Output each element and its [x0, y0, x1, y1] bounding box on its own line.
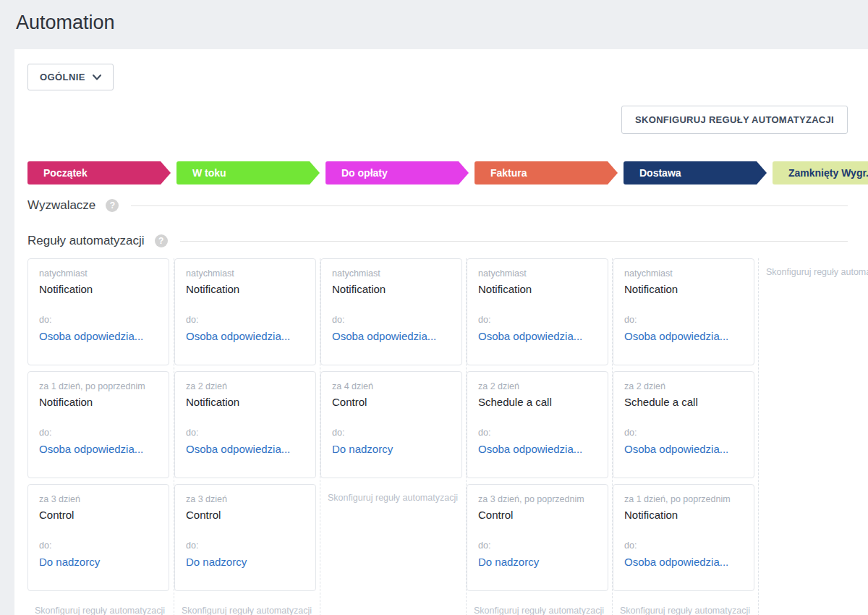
rule-card[interactable]: za 3 dzień, po poprzednimControldo:Do na… [467, 484, 608, 591]
rule-card[interactable]: natychmiastNotificationdo:Osoba odpowied… [613, 258, 754, 365]
rule-card[interactable]: za 2 dzieńNotificationdo:Osoba odpowiedz… [174, 371, 316, 478]
rule-card[interactable]: natychmiastNotificationdo:Osoba odpowied… [174, 258, 316, 365]
question-icon[interactable]: ? [106, 199, 119, 212]
rule-to-label: do: [624, 428, 743, 438]
rule-recipient-link[interactable]: Osoba odpowiedzia... [478, 330, 597, 342]
rule-to-label: do: [478, 540, 597, 551]
rule-card[interactable]: za 1 dzień, po poprzednimNotificationdo:… [613, 484, 754, 591]
rule-recipient-link[interactable]: Do nadzorcy [332, 443, 451, 455]
pipeline-stage[interactable]: Do opłaty [326, 161, 469, 184]
pipeline-stage[interactable]: Zamknięty Wygr... [773, 161, 868, 184]
rule-action: Notification [624, 509, 743, 521]
rule-card[interactable]: za 3 dzieńControldo:Do nadzorcy [27, 484, 169, 591]
rule-recipient-link[interactable]: Do nadzorcy [39, 556, 158, 568]
rule-delay: za 2 dzień [624, 381, 743, 391]
stage-column: natychmiastNotificationdo:Osoba odpowied… [612, 258, 758, 615]
rule-action: Schedule a call [624, 396, 743, 408]
pipeline-stage[interactable]: W toku [176, 161, 320, 184]
rule-recipient-link[interactable]: Do nadzorcy [478, 556, 597, 568]
rule-delay: natychmiast [39, 268, 158, 279]
rule-card[interactable]: natychmiastNotificationdo:Osoba odpowied… [320, 258, 462, 365]
rule-delay: za 1 dzień, po poprzednim [624, 494, 743, 504]
rule-action: Schedule a call [478, 396, 597, 408]
stage-column: natychmiastNotificationdo:Osoba odpowied… [174, 258, 320, 615]
rule-card[interactable]: za 4 dzieńControldo:Do nadzorcy [320, 371, 462, 478]
rules-grid: natychmiastNotificationdo:Osoba odpowied… [27, 258, 868, 615]
rule-action: Notification [186, 396, 305, 408]
rule-card[interactable]: za 3 dzieńControldo:Do nadzorcy [174, 484, 316, 591]
rule-delay: za 2 dzień [186, 381, 305, 391]
rule-delay: za 3 dzień [186, 494, 305, 504]
section-title-rules: Reguły automatyzacji [27, 234, 145, 248]
configure-placeholder[interactable]: Skonfiguruj reguły automatyzacji [613, 597, 758, 615]
section-divider [131, 205, 848, 206]
rule-to-label: do: [186, 428, 305, 438]
rule-action: Notification [186, 283, 305, 295]
stage-column: natychmiastNotificationdo:Osoba odpowied… [27, 258, 174, 615]
rule-card[interactable]: natychmiastNotificationdo:Osoba odpowied… [27, 258, 169, 365]
rule-delay: natychmiast [332, 268, 451, 279]
rule-action: Notification [332, 283, 451, 295]
rule-recipient-link[interactable]: Osoba odpowiedzia... [624, 556, 743, 568]
rule-recipient-link[interactable]: Osoba odpowiedzia... [478, 443, 597, 455]
rule-action: Notification [624, 283, 743, 295]
page-title: Automation [0, 0, 868, 35]
rule-delay: natychmiast [186, 268, 305, 279]
rule-action: Notification [478, 283, 597, 295]
pipeline-stage-bar: PoczątekW tokuDo opłatyFakturaDostawaZam… [27, 161, 868, 184]
filter-dropdown-label: OGÓLNIE [40, 72, 85, 82]
rule-to-label: do: [624, 315, 743, 325]
configure-placeholder[interactable]: Skonfiguruj reguły automatyzacji [27, 597, 174, 615]
rule-action: Control [39, 509, 158, 521]
stage-column: natychmiastNotificationdo:Osoba odpowied… [466, 258, 612, 615]
configure-placeholder[interactable]: Skonfiguruj reguły automatyzacji [759, 258, 868, 277]
configure-placeholder[interactable]: Skonfiguruj reguły automatyzacji [174, 597, 320, 615]
rule-to-label: do: [186, 315, 305, 325]
rule-card[interactable]: za 1 dzień, po poprzednimNotificationdo:… [27, 371, 169, 478]
rule-recipient-link[interactable]: Osoba odpowiedzia... [186, 330, 305, 342]
chevron-down-icon [93, 75, 101, 80]
rule-to-label: do: [39, 315, 158, 325]
configure-placeholder[interactable]: Skonfiguruj reguły automatyzacji [467, 597, 612, 615]
rule-to-label: do: [186, 540, 305, 551]
rule-card[interactable]: natychmiastNotificationdo:Osoba odpowied… [467, 258, 608, 365]
filter-dropdown-button[interactable]: OGÓLNIE [27, 64, 114, 90]
pipeline-stage[interactable]: Początek [27, 161, 171, 184]
rule-action: Control [332, 396, 451, 408]
automation-panel: OGÓLNIE SKONFIGURUJ REGUŁY AUTOMATYZACJI… [14, 49, 868, 615]
rule-delay: za 3 dzień, po poprzednim [478, 494, 597, 504]
rule-to-label: do: [39, 428, 158, 438]
rule-card[interactable]: za 2 dzieńSchedule a calldo:Osoba odpowi… [613, 371, 754, 478]
rule-action: Control [186, 509, 305, 521]
rule-to-label: do: [478, 428, 597, 438]
rule-to-label: do: [624, 540, 743, 551]
rule-recipient-link[interactable]: Osoba odpowiedzia... [332, 330, 451, 342]
rule-recipient-link[interactable]: Osoba odpowiedzia... [39, 443, 158, 455]
rule-to-label: do: [39, 540, 158, 551]
stage-column: Skonfiguruj reguły automatyzacji [758, 258, 868, 615]
rule-delay: natychmiast [624, 268, 743, 279]
stage-column: natychmiastNotificationdo:Osoba odpowied… [320, 258, 466, 615]
rule-recipient-link[interactable]: Osoba odpowiedzia... [39, 330, 158, 342]
question-icon[interactable]: ? [155, 234, 168, 247]
pipeline-stage[interactable]: Faktura [475, 161, 618, 184]
pipeline-stage[interactable]: Dostawa [624, 161, 767, 184]
rule-recipient-link[interactable]: Osoba odpowiedzia... [186, 443, 305, 455]
rule-to-label: do: [478, 315, 597, 325]
section-title-triggers: Wyzwalacze [27, 198, 95, 213]
rule-delay: za 4 dzień [332, 381, 451, 391]
rule-action: Control [478, 509, 597, 521]
rule-to-label: do: [332, 315, 451, 325]
rule-delay: za 2 dzień [478, 381, 597, 391]
rule-action: Notification [39, 396, 158, 408]
rule-action: Notification [39, 283, 158, 295]
rule-recipient-link[interactable]: Osoba odpowiedzia... [624, 330, 743, 342]
rule-recipient-link[interactable]: Osoba odpowiedzia... [624, 443, 743, 455]
rule-to-label: do: [332, 428, 451, 438]
configure-placeholder[interactable]: Skonfiguruj reguły automatyzacji [320, 484, 466, 503]
rule-delay: natychmiast [478, 268, 597, 279]
rule-recipient-link[interactable]: Do nadzorcy [186, 556, 305, 568]
rule-delay: za 3 dzień [39, 494, 158, 504]
configure-rules-button[interactable]: SKONFIGURUJ REGUŁY AUTOMATYZACJI [621, 106, 848, 134]
rule-card[interactable]: za 2 dzieńSchedule a calldo:Osoba odpowi… [467, 371, 608, 478]
